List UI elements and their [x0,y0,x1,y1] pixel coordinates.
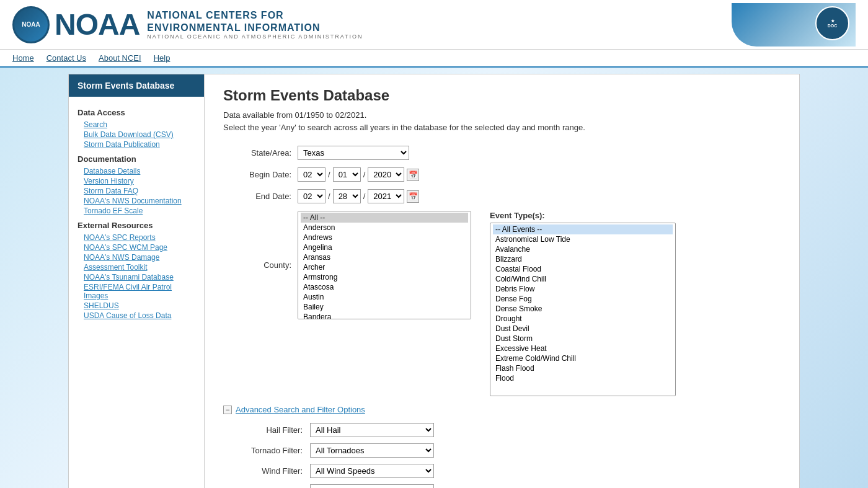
header: NOAA NOAA NATIONAL CENTERS FOR ENVIRONME… [0,0,868,50]
begin-date-label: Begin Date: [223,167,298,179]
wind-filter-row: Wind Filter: All Wind Speeds50 knots60 k… [223,464,781,478]
tornado-filter-label: Tornado Filter: [223,446,310,455]
county-label-row: County: -- All --AndersonAndrewsAngelina… [223,211,471,319]
nav-help[interactable]: Help [154,53,170,63]
begin-date-control: 01020304 05060708 09101112 / 01020304 05… [298,167,781,182]
county-section: County: -- All --AndersonAndrewsAngelina… [223,211,471,322]
begin-sep2: / [363,170,366,179]
advanced-search-row: − Advanced Search and Filter Options [223,405,781,414]
page-desc: Data available from 01/1950 to 02/2021. … [223,109,781,133]
sidebar-link-spc-reports[interactable]: NOAA's SPC Reports [78,233,195,242]
sidebar-link-nws-doc[interactable]: NOAA's NWS Documentation [78,196,195,206]
header-wave-decoration: ★DOC [732,3,856,47]
event-section: Event Type(s): -- All Events --Astronomi… [490,211,676,396]
sidebar: Storm Events Database Data Access Search… [68,74,205,488]
end-date-row: End Date: 01020304 05060708 09101112 / 0… [223,189,781,203]
noaa-subtitle-block: NATIONAL CENTERS FOR ENVIRONMENTAL INFOR… [147,9,363,39]
sidebar-title: Storm Events Database [69,74,204,97]
hail-filter-row: Hail Filter: All HailQuarter (1.00")Half… [223,423,781,437]
state-row: State/Area: -- All States --AlabamaAlask… [223,146,781,160]
hail-filter-select[interactable]: All HailQuarter (1.00")Half Dollar (1.25… [310,423,434,437]
state-label: State/Area: [223,146,298,157]
county-event-row: County: -- All --AndersonAndrewsAngelina… [223,211,781,396]
nav-home[interactable]: Home [12,53,34,63]
sidebar-link-version-history[interactable]: Version History [78,176,195,186]
sidebar-link-storm-faq[interactable]: Storm Data FAQ [78,186,195,196]
nav-about[interactable]: About NCEI [99,53,141,63]
end-calendar-icon[interactable]: 📅 [407,190,419,203]
sidebar-link-usda[interactable]: USDA Cause of Loss Data [78,311,195,321]
event-type-label: Event Type(s): [490,211,676,220]
noaa-title-line1: NATIONAL CENTERS FOR ENVIRONMENTAL INFOR… [147,9,363,33]
sidebar-link-esri-fema[interactable]: ESRI/FEMA Civil Air Patrol Images [78,282,195,301]
main-container: Storm Events Database Data Access Search… [62,68,806,488]
end-month-select[interactable]: 01020304 05060708 09101112 [298,189,326,203]
page-title: Storm Events Database [223,87,781,104]
end-date-control: 01020304 05060708 09101112 / 01022728 / … [298,189,781,203]
begin-year-select[interactable]: 2018201920202021 [368,167,404,182]
sidebar-link-spc-wcm[interactable]: NOAA's SPC WCM Page [78,242,195,252]
tornado-filter-select[interactable]: All TornadoesEF0EF1EF2EF3EF4EF5 [310,443,434,458]
advanced-toggle-icon[interactable]: − [223,406,232,414]
begin-sep1: / [328,170,330,179]
sidebar-section-external: External Resources [78,221,195,230]
event-type-listbox[interactable]: -- All Events --Astronomical Low TideAva… [490,223,676,396]
wind-filter-label: Wind Filter: [223,466,310,476]
logo-group: NOAA NOAA NATIONAL CENTERS FOR ENVIRONME… [12,6,363,43]
end-date-label: End Date: [223,189,298,201]
sidebar-section-documentation: Documentation [78,154,195,164]
sidebar-content: Data Access Search Bulk Data Download (C… [69,97,204,327]
sidebar-link-search[interactable]: Search [78,120,195,130]
sidebar-link-db-details[interactable]: Database Details [78,166,195,176]
begin-day-select[interactable]: 01020304 05060708 0910 [333,167,361,182]
wind-filter-select[interactable]: All Wind Speeds50 knots60 knots65 knots [310,464,434,478]
end-day-select[interactable]: 01022728 [333,189,361,203]
sidebar-link-tornado-ef[interactable]: Tornado EF Scale [78,206,195,216]
main-content: Storm Events Database Data available fro… [205,74,800,488]
nav-bar: Home Contact Us About NCEI Help [0,50,868,68]
county-label: County: [223,260,298,270]
end-year-select[interactable]: 201920202021 [368,189,404,203]
sort-by-select[interactable]: Date/Time (Oldest)Date/Time (Newest)Stat… [310,484,434,488]
hail-filter-label: Hail Filter: [223,425,310,435]
begin-date-row: Begin Date: 01020304 05060708 09101112 /… [223,167,781,182]
tornado-filter-row: Tornado Filter: All TornadoesEF0EF1EF2EF… [223,443,781,458]
county-listbox[interactable]: -- All --AndersonAndrewsAngelinaAransasA… [298,211,471,319]
advanced-search-link[interactable]: Advanced Search and Filter Options [236,405,365,414]
end-sep2: / [363,192,366,201]
sort-by-row: Sort By: Date/Time (Oldest)Date/Time (Ne… [223,484,781,488]
begin-calendar-icon[interactable]: 📅 [407,169,419,181]
begin-month-select[interactable]: 01020304 05060708 09101112 [298,167,326,182]
sidebar-link-sheldus[interactable]: SHELDUS [78,301,195,311]
end-sep1: / [328,192,330,201]
sidebar-link-assessment[interactable]: Assessment Toolkit [78,262,195,272]
state-select[interactable]: -- All States --AlabamaAlaskaArizonaArka… [298,146,409,160]
state-control: -- All States --AlabamaAlaskaArizonaArka… [298,146,781,160]
header-emblem: ★DOC [815,6,849,40]
sidebar-link-storm-pub[interactable]: Storm Data Publication [78,140,195,149]
noaa-seal: NOAA [12,6,50,43]
sidebar-link-tsunami[interactable]: NOAA's Tsunami Database [78,272,195,282]
nav-contact[interactable]: Contact Us [46,53,86,63]
sidebar-link-bulk-data[interactable]: Bulk Data Download (CSV) [78,130,195,140]
noaa-subtitle: NATIONAL OCEANIC AND ATMOSPHERIC ADMINIS… [147,33,363,40]
sidebar-link-nws-damage[interactable]: NOAA's NWS Damage [78,252,195,262]
sidebar-section-data-access: Data Access [78,108,195,117]
noaa-wordmark: NOAA [55,10,140,40]
